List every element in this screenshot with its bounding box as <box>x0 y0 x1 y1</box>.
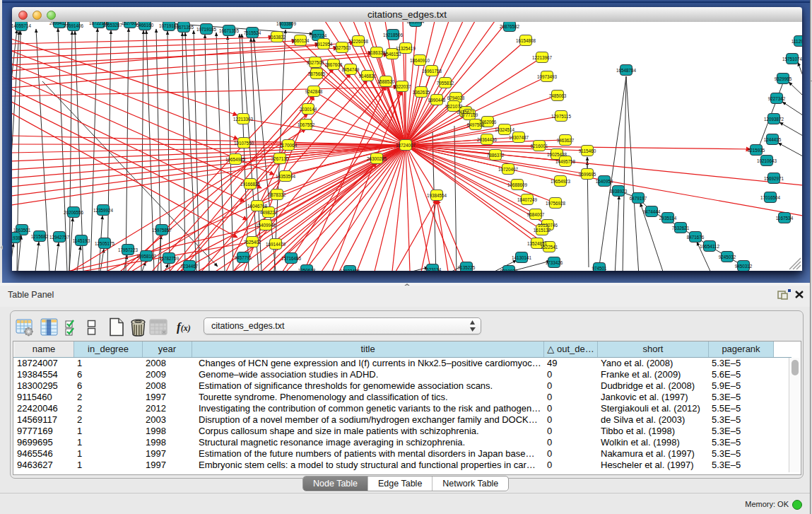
svg-text:1588520: 1588520 <box>377 79 395 84</box>
svg-text:9227342: 9227342 <box>768 96 786 101</box>
svg-text:14353594: 14353594 <box>276 174 295 179</box>
svg-text:10210643: 10210643 <box>757 158 777 163</box>
svg-text:16782759: 16782759 <box>159 256 179 261</box>
svg-text:10120746: 10120746 <box>538 223 558 228</box>
svg-text:1250618: 1250618 <box>298 268 316 271</box>
svg-text:16671355: 16671355 <box>219 28 239 33</box>
svg-text:1112984: 1112984 <box>792 39 802 44</box>
svg-text:8878332: 8878332 <box>269 192 286 197</box>
svg-text:1362615: 1362615 <box>413 90 430 95</box>
svg-text:9463627: 9463627 <box>557 138 575 143</box>
svg-text:3267130: 3267130 <box>271 156 289 161</box>
svg-text:1067552: 1067552 <box>298 122 315 127</box>
svg-text:19654923: 19654923 <box>551 179 570 184</box>
svg-text:6497568: 6497568 <box>467 122 485 127</box>
svg-text:12093872: 12093872 <box>764 117 784 122</box>
svg-text:9245032: 9245032 <box>719 255 736 259</box>
svg-text:10973493: 10973493 <box>537 74 557 79</box>
svg-text:16046768: 16046768 <box>247 204 267 209</box>
svg-text:14495758: 14495758 <box>555 159 575 164</box>
svg-text:8215935: 8215935 <box>748 148 765 153</box>
svg-text:12213967: 12213967 <box>532 55 552 60</box>
svg-text:10307487: 10307487 <box>509 135 529 140</box>
svg-text:20876582: 20876582 <box>500 24 519 29</box>
svg-text:19756928: 19756928 <box>546 201 565 206</box>
svg-text:10958107: 10958107 <box>136 254 156 259</box>
svg-text:2935114: 2935114 <box>659 216 677 221</box>
svg-text:15692971: 15692971 <box>764 176 784 181</box>
svg-text:10720407: 10720407 <box>498 167 518 172</box>
svg-text:1244415: 1244415 <box>764 137 782 142</box>
svg-text:9699695: 9699695 <box>579 172 596 177</box>
svg-text:9450312: 9450312 <box>735 264 753 269</box>
svg-text:7955812: 7955812 <box>437 81 454 86</box>
svg-text:26300285: 26300285 <box>367 156 387 161</box>
svg-text:16548784: 16548784 <box>616 68 636 73</box>
svg-text:10107550: 10107550 <box>234 141 254 146</box>
svg-text:10654112: 10654112 <box>700 244 719 249</box>
svg-text:15751074: 15751074 <box>782 57 802 62</box>
svg-text:8454749: 8454749 <box>342 67 360 72</box>
svg-text:12923486: 12923486 <box>340 269 360 271</box>
svg-text:20691406: 20691406 <box>64 23 83 28</box>
svg-text:12359924: 12359924 <box>93 208 113 213</box>
svg-text:10688609: 10688609 <box>507 182 527 187</box>
svg-text:1145193: 1145193 <box>73 238 90 243</box>
svg-text:12975115: 12975115 <box>551 114 571 119</box>
svg-text:1621072: 1621072 <box>445 104 463 109</box>
svg-text:8322037: 8322037 <box>394 84 411 89</box>
svg-text:8219933: 8219933 <box>500 269 518 271</box>
svg-text:16154808: 16154808 <box>516 38 536 43</box>
svg-text:17016504: 17016504 <box>760 195 780 200</box>
svg-text:20206556: 20206556 <box>64 210 83 215</box>
svg-text:9327508: 9327508 <box>307 60 324 65</box>
svg-text:1640954: 1640954 <box>596 179 613 184</box>
svg-text:9327503: 9327503 <box>334 45 351 50</box>
svg-text:8938923: 8938923 <box>610 189 628 194</box>
svg-text:15975857: 15975857 <box>152 228 172 233</box>
svg-text:9329965: 9329965 <box>775 76 792 81</box>
svg-text:12942757: 12942757 <box>49 235 69 240</box>
svg-text:974501: 974501 <box>592 266 607 271</box>
svg-text:10025438: 10025438 <box>547 152 567 157</box>
svg-text:10719185: 10719185 <box>196 27 216 32</box>
svg-text:18724007: 18724007 <box>396 143 416 148</box>
svg-text:2867608: 2867608 <box>325 62 343 67</box>
svg-text:6466160: 6466160 <box>136 23 154 28</box>
svg-text:8660124: 8660124 <box>292 38 310 43</box>
svg-text:9234467: 9234467 <box>181 264 199 269</box>
svg-text:4498222: 4498222 <box>260 210 278 215</box>
svg-text:11325419: 11325419 <box>396 46 416 51</box>
svg-text:1063501: 1063501 <box>13 228 31 233</box>
svg-text:6216001: 6216001 <box>531 144 548 148</box>
svg-text:7886372: 7886372 <box>487 153 505 158</box>
svg-text:7357224: 7357224 <box>310 33 327 38</box>
svg-text:3919381: 3919381 <box>12 235 23 240</box>
svg-text:10653287: 10653287 <box>102 23 122 28</box>
svg-text:9777169: 9777169 <box>461 112 478 117</box>
svg-text:1546153: 1546153 <box>384 52 401 57</box>
svg-text:7632621: 7632621 <box>672 226 690 230</box>
svg-text:16961758: 16961758 <box>422 69 442 74</box>
svg-text:10324514: 10324514 <box>495 127 514 132</box>
svg-text:6479197: 6479197 <box>630 196 647 201</box>
svg-text:8813054: 8813054 <box>407 22 425 24</box>
svg-text:1167534: 1167534 <box>776 216 794 221</box>
svg-text:1170064: 1170064 <box>280 143 298 148</box>
svg-text:8912954: 8912954 <box>315 42 333 47</box>
svg-text:18640910: 18640910 <box>410 58 430 63</box>
svg-text:19218506: 19218506 <box>383 33 403 37</box>
svg-text:12213303: 12213303 <box>233 117 253 122</box>
svg-text:7485063: 7485063 <box>549 93 567 98</box>
svg-text:17957223: 17957223 <box>118 247 138 252</box>
svg-text:16033809: 16033809 <box>276 22 296 26</box>
svg-text:2030144: 2030144 <box>300 107 317 112</box>
svg-text:14055714: 14055714 <box>12 23 31 28</box>
svg-text:8471676: 8471676 <box>687 235 705 240</box>
svg-text:9146821: 9146821 <box>359 74 377 78</box>
svg-text:9474444: 9474444 <box>643 209 661 214</box>
svg-text:7163822: 7163822 <box>269 35 286 40</box>
svg-text:1215682: 1215682 <box>31 234 49 239</box>
svg-text:16671355: 16671355 <box>174 25 194 30</box>
svg-text:9115460: 9115460 <box>579 148 596 153</box>
